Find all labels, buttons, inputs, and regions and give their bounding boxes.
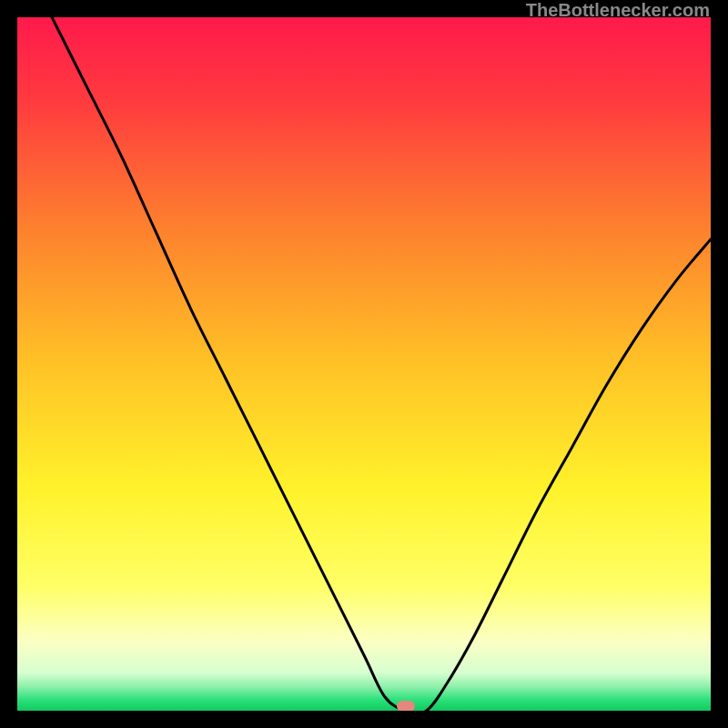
plot-area xyxy=(17,17,711,711)
bottleneck-curve xyxy=(17,17,711,711)
chart-container: TheBottlenecker.com xyxy=(0,0,728,728)
optimal-marker xyxy=(397,701,415,711)
watermark-text: TheBottlenecker.com xyxy=(526,0,710,21)
